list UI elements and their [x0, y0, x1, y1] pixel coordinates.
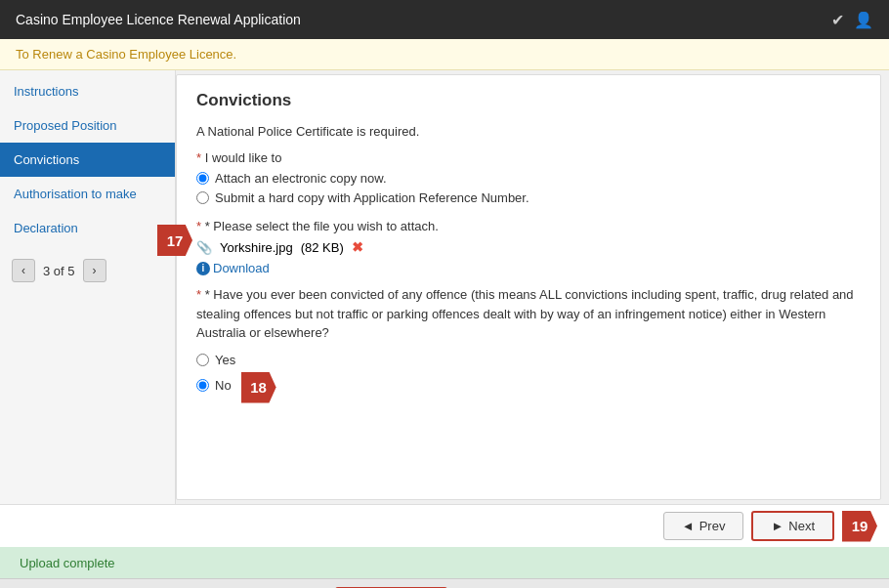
radio-yes-input[interactable]: [196, 354, 209, 366]
info-icon: i: [196, 262, 210, 275]
sidebar: Instructions Proposed Position Convictio…: [0, 70, 176, 504]
nav-buttons-bar: ◄ Prev ► Next 19: [0, 504, 889, 547]
radio-submit-option[interactable]: Submit a hard copy with Application Refe…: [196, 190, 861, 205]
file-name: Yorkshire.jpg: [220, 240, 293, 255]
file-section: * * Please select the file you wish to a…: [196, 219, 861, 275]
notice-text: To Renew a Casino Employee Licence.: [16, 47, 236, 62]
conviction-text: * * Have you ever been convicted of any …: [196, 285, 861, 343]
status-text: Upload complete: [20, 556, 115, 570]
file-size: (82 KB): [301, 240, 344, 255]
conviction-group: * * Have you ever been convicted of any …: [196, 285, 861, 403]
header-icons: ✔ 👤: [831, 11, 873, 29]
prev-label: Prev: [699, 519, 726, 533]
download-row: i Download: [196, 261, 861, 275]
download-link[interactable]: i Download: [196, 261, 861, 275]
would-like-label: * I would like to: [196, 150, 861, 165]
delete-file-button[interactable]: ✖: [352, 239, 363, 255]
app-title: Casino Employee Licence Renewal Applicat…: [16, 12, 301, 27]
radio-attach-input[interactable]: [196, 172, 209, 185]
would-like-group: * I would like to Attach an electronic c…: [196, 150, 861, 205]
next-arrow-icon: ►: [771, 519, 783, 533]
conviction-question: * Have you ever been convicted of any of…: [196, 287, 854, 340]
sidebar-pagination: ‹ 3 of 5 ›: [0, 249, 175, 292]
pagination-next-button[interactable]: ›: [83, 259, 106, 282]
radio-attach-option[interactable]: Attach an electronic copy now.: [196, 171, 861, 186]
main-content: Convictions A National Police Certificat…: [176, 74, 881, 500]
file-attachment-icon: 📎: [196, 240, 212, 255]
sidebar-item-instructions[interactable]: Instructions: [0, 74, 175, 108]
download-label: Download: [213, 261, 270, 275]
radio-yes-label: Yes: [215, 353, 235, 367]
step-badge-17: 17: [157, 225, 192, 256]
step-badge-19: 19: [842, 511, 877, 542]
step-badge-18: 18: [241, 372, 276, 403]
pagination-prev-button[interactable]: ‹: [12, 259, 35, 282]
sidebar-item-convictions[interactable]: Convictions: [0, 143, 175, 177]
sidebar-item-declaration[interactable]: Declaration: [0, 211, 175, 245]
footer-buttons: 🖨 PDF 💾 💾 Save 👁 Review Submit: [0, 578, 889, 588]
radio-no-option[interactable]: No: [196, 378, 232, 393]
prev-button[interactable]: ◄ Prev: [663, 512, 744, 540]
notice-bar: To Renew a Casino Employee Licence.: [0, 39, 889, 70]
sidebar-item-authorisation[interactable]: Authorisation to make: [0, 177, 175, 211]
user-icon: 👤: [854, 11, 873, 29]
sidebar-item-proposed-position[interactable]: Proposed Position: [0, 108, 175, 143]
prev-arrow-icon: ◄: [682, 519, 695, 533]
file-row: 📎 Yorkshire.jpg (82 KB) ✖: [196, 239, 861, 255]
would-like-label-text: I would like to: [205, 150, 282, 165]
police-cert-notice: A National Police Certificate is require…: [196, 124, 861, 139]
file-label: * * Please select the file you wish to a…: [196, 219, 861, 233]
status-bar: Upload complete: [0, 547, 889, 578]
radio-no-label: No: [215, 378, 232, 393]
page-title: Convictions: [196, 91, 861, 110]
radio-submit-input[interactable]: [196, 191, 209, 204]
file-label-text: * Please select the file you wish to att…: [205, 219, 439, 233]
radio-attach-label: Attach an electronic copy now.: [215, 171, 387, 186]
check-icon: ✔: [831, 11, 844, 29]
radio-submit-label: Submit a hard copy with Application Refe…: [215, 190, 529, 205]
next-label: Next: [788, 519, 815, 533]
radio-no-input[interactable]: [196, 379, 209, 392]
pagination-text: 3 of 5: [43, 264, 75, 278]
app-header: Casino Employee Licence Renewal Applicat…: [0, 0, 889, 39]
next-button[interactable]: ► Next: [751, 511, 834, 541]
main-layout: Instructions Proposed Position Convictio…: [0, 70, 889, 504]
radio-yes-option[interactable]: Yes: [196, 353, 861, 367]
